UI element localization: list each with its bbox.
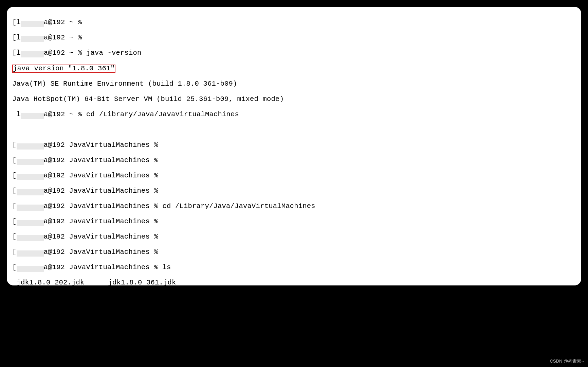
prompt-line: [a@192 JavaVirtualMachines % (12, 187, 576, 195)
command-line: [a@192 JavaVirtualMachines % ls (12, 264, 576, 272)
prompt-line: [a@192 JavaVirtualMachines % (12, 248, 576, 256)
prompt-line: [la@192 ~ % (12, 34, 576, 42)
prompt-line: [a@192 JavaVirtualMachines % (12, 141, 576, 149)
output-line: java version "1.8.0_361" (12, 65, 576, 73)
terminal-output: [la@192 ~ % [la@192 ~ % [la@192 ~ % java… (12, 11, 576, 285)
command-text: cd /Library/Java/JavaVirtualMachines (163, 202, 315, 210)
command-text: ls (163, 263, 171, 271)
ls-output-row: jdk1.8.0_202.jdkjdk1.8.0_361.jdk (12, 279, 576, 285)
command-line: la@192 ~ % cd /Library/Java/JavaVirtualM… (12, 111, 576, 119)
highlighted-version: java version "1.8.0_361" (12, 65, 115, 73)
command-line: [la@192 ~ % java -version (12, 49, 576, 57)
prompt-line: [la@192 ~ % (12, 19, 576, 27)
terminal-window[interactable]: [la@192 ~ % [la@192 ~ % [la@192 ~ % java… (7, 7, 581, 285)
watermark: CSDN @@素素~ (550, 358, 584, 364)
ls-item: jdk1.8.0_202.jdk (17, 279, 108, 285)
prompt-line: [a@192 JavaVirtualMachines % (12, 157, 576, 164)
ls-item-highlighted: jdk1.8.0_361.jdk (108, 279, 176, 285)
blank-line (12, 126, 576, 134)
prompt-line: [a@192 JavaVirtualMachines % (12, 218, 576, 226)
command-line: [a@192 JavaVirtualMachines % cd /Library… (12, 203, 576, 210)
output-line: Java HotSpot(TM) 64-Bit Server VM (build… (12, 95, 576, 103)
command-text: cd /Library/Java/JavaVirtualMachines (86, 110, 239, 118)
prompt-line: [a@192 JavaVirtualMachines % (12, 172, 576, 180)
command-text: java -version (86, 49, 142, 57)
output-line: Java(TM) SE Runtime Environment (build 1… (12, 80, 576, 88)
prompt-line: [a@192 JavaVirtualMachines % (12, 233, 576, 241)
